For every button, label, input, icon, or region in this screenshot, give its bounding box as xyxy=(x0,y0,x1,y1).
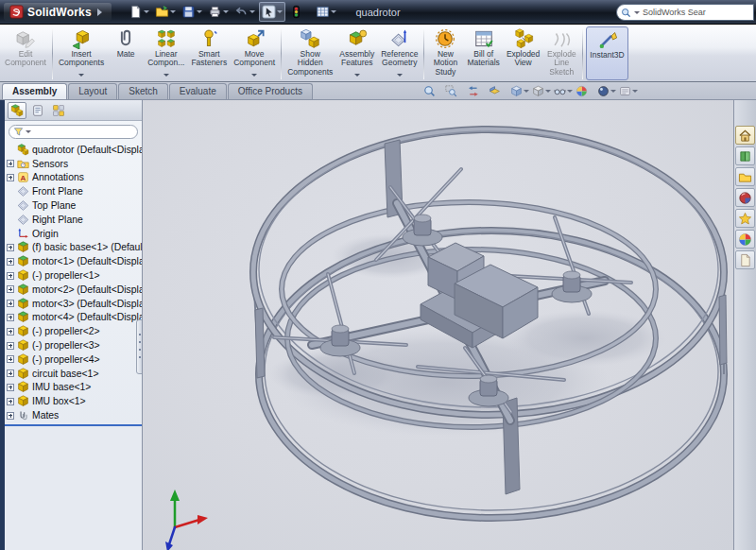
quadrotor-model[interactable] xyxy=(143,100,732,550)
dropdown-caret-icon[interactable] xyxy=(78,74,84,79)
mate-button[interactable]: Mate xyxy=(108,26,144,80)
dropdown-caret-icon[interactable] xyxy=(567,90,573,95)
expand-icon[interactable] xyxy=(7,258,14,266)
tree-item-mates[interactable]: Mates xyxy=(7,408,142,422)
apply-scene-button[interactable] xyxy=(596,84,617,98)
tree-item-motor-4[interactable]: motor<4> (Default<Display State xyxy=(7,311,142,325)
dropdown-caret-icon[interactable] xyxy=(397,74,403,79)
tree-item-motor-2[interactable]: motor<2> (Default<Display State xyxy=(7,283,142,297)
show-hidden-components-button[interactable]: Show Hidden Components xyxy=(284,26,335,80)
search-input[interactable]: SolidWorks Sear xyxy=(616,4,754,21)
view-orientation-button[interactable] xyxy=(509,84,530,98)
app-menu-button[interactable]: SolidWorks xyxy=(4,3,112,21)
view-palette-tab[interactable] xyxy=(735,188,755,207)
print-button[interactable] xyxy=(206,3,231,21)
tree-item-circuit-base[interactable]: circuit base<1> xyxy=(7,367,142,381)
rebuild-lights-button[interactable] xyxy=(287,3,312,21)
tree-item-sensors[interactable]: Sensors xyxy=(7,157,142,171)
expand-icon[interactable] xyxy=(7,160,14,167)
expand-icon[interactable] xyxy=(7,272,14,280)
tab-assembly[interactable]: Assembly xyxy=(2,83,67,99)
scenes-tab[interactable] xyxy=(735,230,755,249)
tree-item-imu-box[interactable]: IMU box<1> xyxy=(7,394,142,408)
hide-show-items-button[interactable] xyxy=(553,84,574,98)
explode-line-sketch-button[interactable]: Explode Line Sketch xyxy=(543,26,579,80)
design-library-tab[interactable] xyxy=(735,146,755,165)
expand-icon[interactable] xyxy=(7,300,14,307)
view-settings-button[interactable] xyxy=(618,84,639,98)
dropdown-caret-icon[interactable] xyxy=(632,90,638,95)
file-explorer-tab[interactable] xyxy=(735,167,755,186)
zoom-to-area-button[interactable] xyxy=(444,84,465,98)
insert-components-button[interactable]: Insert Components xyxy=(56,26,107,80)
tree-item-propeller-4[interactable]: (-) propeller<4> xyxy=(7,352,142,367)
panel-splitter-handle[interactable] xyxy=(136,319,143,374)
bill-of-materials-button[interactable]: Bill of Materials xyxy=(464,26,502,80)
tree-item-origin[interactable]: Origin xyxy=(7,227,142,241)
tree-item-motor-3[interactable]: motor<3> (Default<Display State xyxy=(7,297,142,311)
filter-caret-icon[interactable] xyxy=(26,130,31,136)
reference-geometry-button[interactable]: Reference Geometry xyxy=(378,26,421,80)
tree-item-annotations[interactable]: Annotations xyxy=(7,171,142,185)
tree-item-right-plane[interactable]: Right Plane xyxy=(7,213,142,227)
select-button[interactable] xyxy=(259,2,285,22)
dropdown-caret-icon[interactable] xyxy=(223,10,229,16)
expand-icon[interactable] xyxy=(7,244,14,251)
tab-office-products[interactable]: Office Products xyxy=(228,83,313,99)
save-button[interactable] xyxy=(180,3,204,21)
dropdown-caret-icon[interactable] xyxy=(249,10,255,16)
tab-sketch[interactable]: Sketch xyxy=(118,83,168,99)
move-component-button[interactable]: Move Component xyxy=(231,26,278,80)
tab-layout[interactable]: Layout xyxy=(68,83,117,99)
tree-item-propeller-3[interactable]: (-) propeller<3> xyxy=(7,338,142,352)
tree-item-front-plane[interactable]: Front Plane xyxy=(7,184,142,198)
edit-component-button[interactable]: Edit Component xyxy=(2,26,49,80)
undo-button[interactable] xyxy=(232,3,257,21)
expand-icon[interactable] xyxy=(7,398,14,405)
graphics-viewport[interactable] xyxy=(143,100,733,550)
dropdown-caret-icon[interactable] xyxy=(610,90,616,95)
instant3d-button[interactable]: Instant3D xyxy=(586,26,627,80)
dropdown-caret-icon[interactable] xyxy=(163,74,169,79)
tree-item-propeller-2[interactable]: (-) propeller<2> xyxy=(7,324,142,338)
featuremanager-tree-tab[interactable] xyxy=(8,102,26,119)
custom-properties-tab[interactable] xyxy=(735,250,755,269)
dropdown-caret-icon[interactable] xyxy=(144,10,149,16)
expand-icon[interactable] xyxy=(7,355,14,363)
expand-icon[interactable] xyxy=(7,370,14,377)
dropdown-caret-icon[interactable] xyxy=(524,90,529,95)
assembly-features-button[interactable]: Assembly Features xyxy=(336,26,377,80)
dropdown-caret-icon[interactable] xyxy=(197,10,202,16)
tree-item-top-plane[interactable]: Top Plane xyxy=(7,198,142,213)
options-button[interactable] xyxy=(314,3,338,21)
expand-icon[interactable] xyxy=(7,285,14,293)
section-view-button[interactable] xyxy=(488,84,508,98)
solidworks-resources-tab[interactable] xyxy=(735,126,755,145)
new-document-button[interactable] xyxy=(127,3,151,21)
tree-item-basic-base[interactable]: (f) basic base<1> (Default<Displa xyxy=(7,241,142,255)
dropdown-caret-icon[interactable] xyxy=(331,10,336,16)
dropdown-caret-icon[interactable] xyxy=(251,74,257,79)
open-button[interactable] xyxy=(153,3,178,21)
zoom-to-fit-button[interactable] xyxy=(422,84,443,98)
search-scope-caret-icon[interactable] xyxy=(634,11,640,17)
smart-fasteners-button[interactable]: Smart Fasteners xyxy=(188,26,230,80)
dropdown-caret-icon[interactable] xyxy=(545,90,551,95)
previous-view-button[interactable] xyxy=(466,84,487,98)
expand-icon[interactable] xyxy=(7,342,14,350)
configurationmanager-tab[interactable] xyxy=(49,102,68,119)
menu-expand-icon[interactable] xyxy=(97,9,106,16)
edit-appearance-button[interactable] xyxy=(575,84,595,98)
exploded-view-button[interactable]: Exploded View xyxy=(504,26,542,80)
tree-item-motor-1[interactable]: motor<1> (Default<Display State xyxy=(7,254,142,268)
tree-item-propeller-1[interactable]: (-) propeller<1> xyxy=(7,268,142,283)
expand-icon[interactable] xyxy=(7,314,14,321)
display-style-button[interactable] xyxy=(531,84,552,98)
expand-icon[interactable] xyxy=(7,412,14,420)
dropdown-caret-icon[interactable] xyxy=(277,10,283,16)
tab-evaluate[interactable]: Evaluate xyxy=(169,83,227,99)
tree-filter-input[interactable] xyxy=(9,125,138,139)
tree-item-imu-base[interactable]: IMU base<1> xyxy=(7,381,142,395)
appearances-tab[interactable] xyxy=(735,209,755,228)
expand-icon[interactable] xyxy=(7,384,14,391)
